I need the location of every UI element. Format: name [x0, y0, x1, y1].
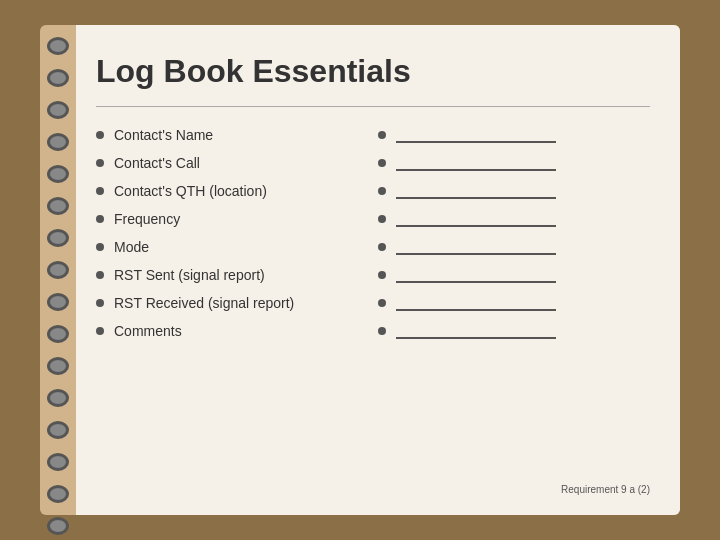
list-item-label: Contact's Call [114, 155, 200, 171]
list-item-label: Mode [114, 239, 149, 255]
spiral-ring [47, 261, 69, 279]
field-line-1 [396, 127, 556, 143]
bullet-icon [378, 159, 386, 167]
list-item: RST Received (signal report) [96, 295, 368, 311]
bullet-icon [378, 131, 386, 139]
list-item [378, 211, 650, 227]
field-line-4 [396, 211, 556, 227]
spiral-ring [47, 69, 69, 87]
spiral-ring [47, 485, 69, 503]
spiral-ring [47, 389, 69, 407]
bullet-icon [96, 327, 104, 335]
page: Log Book Essentials Contact's Name Conta… [76, 25, 680, 515]
bullet-icon [378, 215, 386, 223]
spiral-ring [47, 37, 69, 55]
page-title: Log Book Essentials [96, 53, 650, 90]
left-column: Contact's Name Contact's Call Contact's … [96, 127, 368, 474]
bullet-icon [378, 243, 386, 251]
field-line-5 [396, 239, 556, 255]
bullet-list: Contact's Name Contact's Call Contact's … [96, 127, 368, 339]
bullet-icon [96, 271, 104, 279]
list-item-label: Frequency [114, 211, 180, 227]
notebook: Log Book Essentials Contact's Name Conta… [40, 25, 680, 515]
divider [96, 106, 650, 107]
list-item: RST Sent (signal report) [96, 267, 368, 283]
list-item-label: Contact's Name [114, 127, 213, 143]
bullet-icon [96, 187, 104, 195]
bullet-icon [378, 187, 386, 195]
spiral-ring [47, 165, 69, 183]
right-column [378, 127, 650, 474]
field-list [378, 127, 650, 351]
list-item [378, 267, 650, 283]
bullet-icon [378, 271, 386, 279]
field-line-8 [396, 323, 556, 339]
field-line-3 [396, 183, 556, 199]
field-line-7 [396, 295, 556, 311]
footer: Requirement 9 a (2) [96, 474, 650, 495]
spiral-ring [47, 517, 69, 535]
list-item [378, 295, 650, 311]
spiral-ring [47, 197, 69, 215]
list-item [378, 155, 650, 171]
field-line-6 [396, 267, 556, 283]
list-item: Contact's Name [96, 127, 368, 143]
bullet-icon [96, 299, 104, 307]
bullet-icon [96, 159, 104, 167]
list-item-label: RST Sent (signal report) [114, 267, 265, 283]
spiral-ring [47, 293, 69, 311]
spiral-ring [47, 357, 69, 375]
list-item: Frequency [96, 211, 368, 227]
list-item [378, 323, 650, 339]
spiral-ring [47, 421, 69, 439]
spiral-ring [47, 453, 69, 471]
list-item-label: RST Received (signal report) [114, 295, 294, 311]
field-line-2 [396, 155, 556, 171]
spiral-ring [47, 325, 69, 343]
list-item: Mode [96, 239, 368, 255]
spiral-ring [47, 101, 69, 119]
list-item: Contact's QTH (location) [96, 183, 368, 199]
bullet-icon [378, 327, 386, 335]
bullet-icon [96, 131, 104, 139]
list-item-label: Comments [114, 323, 182, 339]
spiral-ring [47, 133, 69, 151]
list-item [378, 239, 650, 255]
spiral-binding [40, 25, 76, 515]
bullet-icon [96, 215, 104, 223]
spiral-ring [47, 229, 69, 247]
content-columns: Contact's Name Contact's Call Contact's … [96, 127, 650, 474]
list-item: Comments [96, 323, 368, 339]
list-item: Contact's Call [96, 155, 368, 171]
bullet-icon [96, 243, 104, 251]
list-item-label: Contact's QTH (location) [114, 183, 267, 199]
list-item [378, 127, 650, 143]
bullet-icon [378, 299, 386, 307]
list-item [378, 183, 650, 199]
